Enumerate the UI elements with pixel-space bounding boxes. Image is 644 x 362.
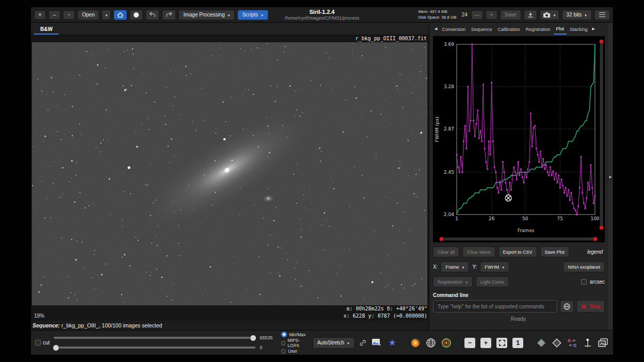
home-button[interactable]: [114, 10, 127, 20]
tab-plot[interactable]: Plot: [554, 23, 567, 35]
save-plot-button[interactable]: Save Plot: [540, 246, 570, 257]
svg-text:26: 26: [489, 216, 495, 221]
y-range-handle-bottom[interactable]: [599, 225, 604, 230]
target-rings-icon[interactable]: [441, 337, 452, 349]
image-processing-menu[interactable]: Image Processing▼: [179, 10, 235, 20]
autostretch-dropdown[interactable]: AutoStretch▼: [313, 337, 355, 349]
zoom-in-header-button[interactable]: +: [486, 10, 497, 20]
save-button[interactable]: Save: [500, 10, 521, 20]
panel-expander[interactable]: ▶: [608, 23, 613, 330]
tabs-scroll-left-icon[interactable]: ◀: [433, 27, 439, 31]
undo-icon: [149, 11, 156, 18]
registration-dropdown[interactable]: Registration▼: [433, 276, 473, 287]
redo-icon: [165, 11, 173, 18]
menu-button[interactable]: [594, 10, 610, 20]
tab-registration[interactable]: Registration: [523, 24, 553, 34]
image-stack-icon[interactable]: [598, 337, 609, 349]
clear-all-button[interactable]: Clear all: [433, 246, 459, 257]
window-title: Siril-1.2.4: [285, 9, 360, 15]
zoom-100-button[interactable]: 1: [512, 337, 524, 349]
bright-star: [223, 138, 226, 140]
scripts-menu[interactable]: Scripts▼: [237, 10, 268, 20]
tabs-scroll-right-icon[interactable]: ▶: [591, 27, 597, 31]
open-recent-dropdown[interactable]: ▼: [102, 10, 111, 20]
zoom-percent: 19%: [34, 313, 44, 319]
gray-diamond-icon[interactable]: [536, 337, 547, 349]
outline-diamond-icon[interactable]: [551, 337, 562, 349]
redo-button[interactable]: [162, 10, 176, 20]
svg-text:FWHM (px): FWHM (px): [434, 117, 440, 142]
zoom-out-header-button[interactable]: —: [471, 10, 483, 20]
tab-conversion[interactable]: Conversion: [439, 24, 468, 34]
plot-y-range-slider[interactable]: [600, 40, 603, 229]
stop-button[interactable]: Stop: [576, 300, 605, 312]
command-line-row: Stop: [433, 300, 605, 312]
low-cut-knob[interactable]: [53, 344, 59, 351]
bit-depth-dropdown[interactable]: 32 bits▼: [562, 10, 592, 20]
home-icon: [117, 11, 124, 19]
x-axis-dropdown[interactable]: Frame▼: [441, 261, 469, 272]
tools-panel: ◀ Conversion Sequence Calibration Regist…: [429, 23, 608, 330]
image-viewport[interactable]: r_bkg_pp_OIII_00037.fit: [31, 35, 429, 321]
tab-calibration[interactable]: Calibration: [495, 24, 522, 34]
rgb-compose-icon[interactable]: RB: [567, 337, 578, 349]
export-icon: [527, 11, 534, 19]
titlebar: × – ▫ Open ▼ Image Processing▼ Scripts▼ …: [31, 7, 613, 23]
chevron-down-icon: ▼: [584, 14, 587, 17]
star-detection-icon[interactable]: ★: [387, 337, 398, 349]
tab-bw[interactable]: B&W: [34, 24, 59, 35]
clear-latest-button[interactable]: Clear latest: [462, 246, 495, 257]
maximize-button[interactable]: ▫: [63, 10, 75, 20]
snapshot-button[interactable]: ▼: [540, 10, 559, 20]
radio-minmax[interactable]: [281, 332, 287, 337]
cut-group: cut: [35, 340, 50, 345]
tab-stacking[interactable]: Stacking: [567, 24, 590, 34]
zoom-out-button[interactable]: −: [464, 337, 476, 349]
fwhm-plot-svg[interactable]: 2.042.452.873.283.691265075100FramesFWHM…: [434, 37, 600, 234]
save-as-button[interactable]: [524, 10, 537, 20]
light-curve-button[interactable]: Light Curve: [476, 276, 509, 287]
titlebar-left: × – ▫ Open ▼ Image Processing▼ Scripts▼: [34, 10, 268, 20]
galaxy-core: [225, 168, 229, 172]
zoom-fit-button[interactable]: [496, 337, 508, 349]
low-cut-slider[interactable]: [54, 347, 255, 349]
export-csv-button[interactable]: Export to CSV: [498, 246, 537, 257]
close-button[interactable]: ×: [34, 10, 46, 20]
tools-tabbar: ◀ Conversion Sequence Calibration Regist…: [433, 23, 605, 35]
memory-usage: Mem: 497.4 MB: [418, 9, 456, 14]
open-button[interactable]: Open: [77, 10, 99, 20]
disk-space: Disk Space: 38.8 GB: [418, 15, 456, 20]
x-range-handle-right[interactable]: [593, 237, 598, 241]
nina-exoplanet-button[interactable]: NINA exoplanet: [563, 261, 605, 272]
annotation-photo-icon[interactable]: [371, 337, 382, 349]
plot-x-range-slider[interactable]: [440, 237, 597, 241]
radio-user[interactable]: [281, 349, 286, 354]
arcsec-checkbox[interactable]: [581, 279, 587, 285]
minimize-button[interactable]: –: [49, 10, 60, 20]
globe-icon: [563, 303, 571, 310]
undo-button[interactable]: [146, 10, 159, 20]
radio-mips[interactable]: [281, 341, 285, 345]
high-cut-knob[interactable]: [250, 335, 256, 341]
globe-grid-icon[interactable]: [425, 337, 437, 349]
y-axis-dropdown[interactable]: FWHM▼: [480, 261, 509, 272]
svg-text:2.87: 2.87: [444, 126, 454, 131]
link-channels-icon[interactable]: [359, 338, 367, 348]
grayscale-toggle-button[interactable]: [130, 10, 143, 20]
y-range-handle-top[interactable]: [599, 39, 604, 44]
x-range-handle-left[interactable]: [439, 237, 444, 241]
command-help-button[interactable]: [560, 300, 574, 312]
zoom-in-button[interactable]: +: [480, 337, 492, 349]
toolbar-icons: ★ − + 1: [371, 337, 609, 349]
plot-source-row: Registration▼ Light Curve arcsec: [433, 276, 605, 287]
chevron-down-icon: ▼: [227, 14, 230, 17]
sky-image-svg[interactable]: [32, 42, 427, 305]
cut-checkbox[interactable]: [35, 340, 41, 345]
bright-star: [127, 166, 130, 169]
coord-xy: x: 6228 y: 0787 (=0.000000): [343, 312, 427, 320]
high-cut-slider[interactable]: [54, 337, 255, 339]
photometry-disc-icon[interactable]: [410, 337, 421, 349]
tab-sequence[interactable]: Sequence: [469, 24, 495, 34]
command-input[interactable]: [433, 300, 557, 312]
star-crosshair-icon[interactable]: [582, 337, 593, 349]
